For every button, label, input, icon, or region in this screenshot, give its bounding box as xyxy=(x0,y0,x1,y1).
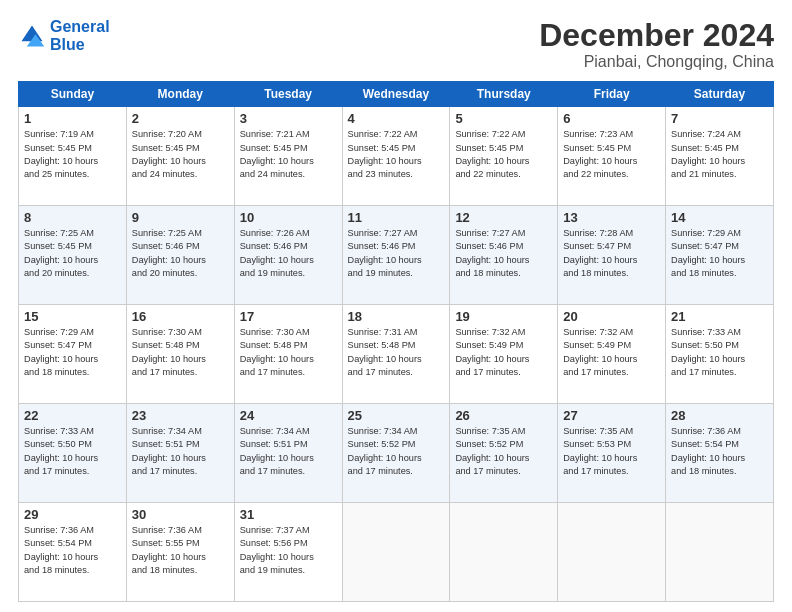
day-info: Sunrise: 7:25 AMSunset: 5:45 PMDaylight:… xyxy=(24,227,121,280)
day-info: Sunrise: 7:26 AMSunset: 5:46 PMDaylight:… xyxy=(240,227,337,280)
day-info: Sunrise: 7:33 AMSunset: 5:50 PMDaylight:… xyxy=(24,425,121,478)
calendar-day-cell: 9Sunrise: 7:25 AMSunset: 5:46 PMDaylight… xyxy=(126,206,234,305)
day-number: 12 xyxy=(455,210,552,225)
day-number: 5 xyxy=(455,111,552,126)
weekday-header-cell: Friday xyxy=(558,82,666,107)
day-number: 11 xyxy=(348,210,445,225)
calendar-day-cell: 25Sunrise: 7:34 AMSunset: 5:52 PMDayligh… xyxy=(342,404,450,503)
calendar-day-cell: 3Sunrise: 7:21 AMSunset: 5:45 PMDaylight… xyxy=(234,107,342,206)
day-number: 1 xyxy=(24,111,121,126)
day-number: 22 xyxy=(24,408,121,423)
calendar-day-cell: 7Sunrise: 7:24 AMSunset: 5:45 PMDaylight… xyxy=(666,107,774,206)
day-info: Sunrise: 7:37 AMSunset: 5:56 PMDaylight:… xyxy=(240,524,337,577)
day-info: Sunrise: 7:30 AMSunset: 5:48 PMDaylight:… xyxy=(132,326,229,379)
header: General Blue December 2024 Pianbai, Chon… xyxy=(18,18,774,71)
day-number: 29 xyxy=(24,507,121,522)
day-info: Sunrise: 7:30 AMSunset: 5:48 PMDaylight:… xyxy=(240,326,337,379)
calendar-day-cell: 12Sunrise: 7:27 AMSunset: 5:46 PMDayligh… xyxy=(450,206,558,305)
day-info: Sunrise: 7:29 AMSunset: 5:47 PMDaylight:… xyxy=(24,326,121,379)
weekday-header-row: SundayMondayTuesdayWednesdayThursdayFrid… xyxy=(19,82,774,107)
day-info: Sunrise: 7:23 AMSunset: 5:45 PMDaylight:… xyxy=(563,128,660,181)
day-info: Sunrise: 7:20 AMSunset: 5:45 PMDaylight:… xyxy=(132,128,229,181)
day-info: Sunrise: 7:19 AMSunset: 5:45 PMDaylight:… xyxy=(24,128,121,181)
calendar-body: 1Sunrise: 7:19 AMSunset: 5:45 PMDaylight… xyxy=(19,107,774,602)
day-info: Sunrise: 7:31 AMSunset: 5:48 PMDaylight:… xyxy=(348,326,445,379)
calendar-day-cell: 19Sunrise: 7:32 AMSunset: 5:49 PMDayligh… xyxy=(450,305,558,404)
weekday-header-cell: Wednesday xyxy=(342,82,450,107)
logo-line2: Blue xyxy=(50,36,85,53)
day-info: Sunrise: 7:34 AMSunset: 5:52 PMDaylight:… xyxy=(348,425,445,478)
calendar-day-cell: 30Sunrise: 7:36 AMSunset: 5:55 PMDayligh… xyxy=(126,503,234,602)
day-number: 10 xyxy=(240,210,337,225)
weekday-header-cell: Saturday xyxy=(666,82,774,107)
day-info: Sunrise: 7:36 AMSunset: 5:54 PMDaylight:… xyxy=(24,524,121,577)
weekday-header-cell: Tuesday xyxy=(234,82,342,107)
calendar-day-cell: 13Sunrise: 7:28 AMSunset: 5:47 PMDayligh… xyxy=(558,206,666,305)
day-number: 2 xyxy=(132,111,229,126)
calendar-day-cell: 4Sunrise: 7:22 AMSunset: 5:45 PMDaylight… xyxy=(342,107,450,206)
day-info: Sunrise: 7:22 AMSunset: 5:45 PMDaylight:… xyxy=(455,128,552,181)
calendar-day-cell: 8Sunrise: 7:25 AMSunset: 5:45 PMDaylight… xyxy=(19,206,127,305)
day-number: 16 xyxy=(132,309,229,324)
day-info: Sunrise: 7:32 AMSunset: 5:49 PMDaylight:… xyxy=(563,326,660,379)
main-title: December 2024 xyxy=(539,18,774,53)
calendar-week-row: 8Sunrise: 7:25 AMSunset: 5:45 PMDaylight… xyxy=(19,206,774,305)
day-number: 25 xyxy=(348,408,445,423)
day-number: 6 xyxy=(563,111,660,126)
day-number: 17 xyxy=(240,309,337,324)
svg-marker-0 xyxy=(22,25,43,41)
calendar-day-cell: 21Sunrise: 7:33 AMSunset: 5:50 PMDayligh… xyxy=(666,305,774,404)
day-info: Sunrise: 7:29 AMSunset: 5:47 PMDaylight:… xyxy=(671,227,768,280)
day-info: Sunrise: 7:22 AMSunset: 5:45 PMDaylight:… xyxy=(348,128,445,181)
calendar-day-cell: 20Sunrise: 7:32 AMSunset: 5:49 PMDayligh… xyxy=(558,305,666,404)
day-number: 9 xyxy=(132,210,229,225)
day-info: Sunrise: 7:27 AMSunset: 5:46 PMDaylight:… xyxy=(348,227,445,280)
day-number: 13 xyxy=(563,210,660,225)
day-info: Sunrise: 7:34 AMSunset: 5:51 PMDaylight:… xyxy=(240,425,337,478)
calendar-day-cell: 18Sunrise: 7:31 AMSunset: 5:48 PMDayligh… xyxy=(342,305,450,404)
day-info: Sunrise: 7:28 AMSunset: 5:47 PMDaylight:… xyxy=(563,227,660,280)
day-number: 31 xyxy=(240,507,337,522)
weekday-header-cell: Monday xyxy=(126,82,234,107)
day-info: Sunrise: 7:27 AMSunset: 5:46 PMDaylight:… xyxy=(455,227,552,280)
day-number: 4 xyxy=(348,111,445,126)
day-number: 23 xyxy=(132,408,229,423)
day-number: 20 xyxy=(563,309,660,324)
calendar-day-cell: 15Sunrise: 7:29 AMSunset: 5:47 PMDayligh… xyxy=(19,305,127,404)
day-number: 21 xyxy=(671,309,768,324)
logo: General Blue xyxy=(18,18,110,53)
calendar-week-row: 22Sunrise: 7:33 AMSunset: 5:50 PMDayligh… xyxy=(19,404,774,503)
calendar-day-cell: 5Sunrise: 7:22 AMSunset: 5:45 PMDaylight… xyxy=(450,107,558,206)
calendar-day-cell: 26Sunrise: 7:35 AMSunset: 5:52 PMDayligh… xyxy=(450,404,558,503)
day-info: Sunrise: 7:36 AMSunset: 5:55 PMDaylight:… xyxy=(132,524,229,577)
logo-line1: General xyxy=(50,18,110,35)
day-number: 19 xyxy=(455,309,552,324)
calendar-day-cell: 2Sunrise: 7:20 AMSunset: 5:45 PMDaylight… xyxy=(126,107,234,206)
weekday-header-cell: Thursday xyxy=(450,82,558,107)
calendar-day-cell: 10Sunrise: 7:26 AMSunset: 5:46 PMDayligh… xyxy=(234,206,342,305)
calendar-day-cell xyxy=(558,503,666,602)
calendar-day-cell xyxy=(450,503,558,602)
calendar-day-cell: 14Sunrise: 7:29 AMSunset: 5:47 PMDayligh… xyxy=(666,206,774,305)
calendar-day-cell xyxy=(666,503,774,602)
day-number: 18 xyxy=(348,309,445,324)
day-number: 26 xyxy=(455,408,552,423)
day-number: 8 xyxy=(24,210,121,225)
day-info: Sunrise: 7:33 AMSunset: 5:50 PMDaylight:… xyxy=(671,326,768,379)
day-number: 28 xyxy=(671,408,768,423)
calendar-day-cell xyxy=(342,503,450,602)
weekday-header-cell: Sunday xyxy=(19,82,127,107)
calendar-day-cell: 11Sunrise: 7:27 AMSunset: 5:46 PMDayligh… xyxy=(342,206,450,305)
title-block: December 2024 Pianbai, Chongqing, China xyxy=(539,18,774,71)
calendar-day-cell: 23Sunrise: 7:34 AMSunset: 5:51 PMDayligh… xyxy=(126,404,234,503)
calendar-day-cell: 31Sunrise: 7:37 AMSunset: 5:56 PMDayligh… xyxy=(234,503,342,602)
calendar-table: SundayMondayTuesdayWednesdayThursdayFrid… xyxy=(18,81,774,602)
day-info: Sunrise: 7:35 AMSunset: 5:53 PMDaylight:… xyxy=(563,425,660,478)
calendar-day-cell: 6Sunrise: 7:23 AMSunset: 5:45 PMDaylight… xyxy=(558,107,666,206)
day-info: Sunrise: 7:32 AMSunset: 5:49 PMDaylight:… xyxy=(455,326,552,379)
day-info: Sunrise: 7:25 AMSunset: 5:46 PMDaylight:… xyxy=(132,227,229,280)
calendar-day-cell: 1Sunrise: 7:19 AMSunset: 5:45 PMDaylight… xyxy=(19,107,127,206)
day-info: Sunrise: 7:35 AMSunset: 5:52 PMDaylight:… xyxy=(455,425,552,478)
calendar-week-row: 29Sunrise: 7:36 AMSunset: 5:54 PMDayligh… xyxy=(19,503,774,602)
calendar-day-cell: 24Sunrise: 7:34 AMSunset: 5:51 PMDayligh… xyxy=(234,404,342,503)
